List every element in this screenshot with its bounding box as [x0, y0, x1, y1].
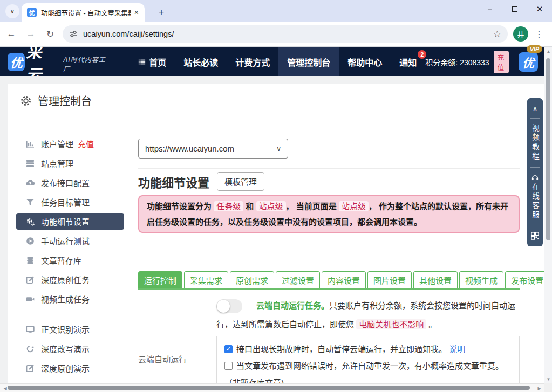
retry-on-error-checkbox[interactable]: [224, 362, 233, 370]
sidebar-item-10[interactable]: 深度改写演示: [16, 340, 124, 357]
auto-run-description: 云端自动运行任务。只要账户有积分余额，系统会按您设置的时间自动运行，达到所需篇数…: [216, 301, 515, 329]
sidebar-item-6[interactable]: 文章暂存库: [16, 252, 124, 269]
nav-item-1[interactable]: 站长必读: [175, 47, 227, 76]
tab-7[interactable]: 视频生成: [459, 271, 503, 288]
horizontal-scrollbar[interactable]: ◀ ▶: [0, 383, 544, 392]
nav-item-4[interactable]: 帮助中心: [339, 47, 391, 76]
new-tab-button[interactable]: +: [154, 5, 168, 19]
tab-search-chevron-icon[interactable]: ∨: [5, 4, 19, 18]
tab-5[interactable]: 图片设置: [367, 271, 412, 288]
gears-icon: [26, 217, 35, 226]
online-service-label: 在线客服: [530, 183, 540, 221]
qr-code-button[interactable]: [531, 230, 539, 242]
sidebar-item-2[interactable]: 发布接口配置: [16, 174, 124, 191]
section-title: 功能细节设置: [138, 173, 209, 190]
sidebar-item-4[interactable]: 功能细节设置: [16, 213, 124, 230]
sidebar-item-label: 账户管理: [41, 138, 73, 149]
minimize-button[interactable]: −: [478, 0, 502, 18]
explain-link[interactable]: 说明: [449, 345, 465, 354]
option-row-pause-on-failure: 接口出现长期故障时，自动暂停云端运行，并立即通知我。 说明: [224, 341, 512, 357]
sidebar-item-11[interactable]: 深度原创演示: [16, 360, 124, 376]
notice-segment-0: 功能细节设置分为: [147, 202, 214, 211]
video-tutorial-label: 视频教程: [530, 124, 540, 162]
close-button[interactable]: ✕: [527, 0, 552, 18]
nav-item-2[interactable]: 计费方式: [227, 47, 278, 76]
floating-side-toolbar: ∧ 视频教程 在线客服: [527, 98, 543, 246]
scroll-up-arrow-icon[interactable]: ▲: [544, 49, 552, 54]
divider: [530, 118, 540, 119]
recharge-hint[interactable]: 充值: [78, 138, 94, 149]
site-select-value: https://www.ucaiyun.com: [145, 144, 234, 153]
page-background: 管理控制台 账户管理充值站点管理发布接口配置任务目标管理功能细节设置手动运行测试…: [0, 76, 552, 392]
sidebar-item-8[interactable]: 视频生成任务: [16, 291, 124, 307]
chart-bar-icon: [26, 140, 35, 148]
vertical-scroll-thumb[interactable]: [546, 58, 550, 240]
site-logo-badge[interactable]: 优: [8, 53, 25, 71]
tab-2[interactable]: 原创需求: [230, 271, 274, 288]
user-avatar[interactable]: 优: [519, 52, 538, 72]
browser-profile-avatar[interactable]: 井: [513, 26, 528, 42]
nav-item-3[interactable]: 管理控制台: [278, 47, 339, 76]
back-button[interactable]: ←: [3, 26, 19, 42]
sidebar-item-5[interactable]: 手动运行测试: [16, 232, 124, 249]
cloud-auto-run-toggle[interactable]: [216, 299, 242, 313]
site-settings-icon[interactable]: [69, 30, 78, 38]
tab-0[interactable]: 运行控制: [138, 271, 182, 288]
nav-item-5[interactable]: 通知2: [391, 47, 425, 76]
empty-label-col: [138, 296, 216, 334]
tab-6[interactable]: 其他设置: [413, 271, 458, 288]
sidebar-item-1[interactable]: 站点管理: [16, 155, 124, 171]
scroll-down-arrow-icon[interactable]: ▼: [544, 377, 552, 382]
browser-tab[interactable]: 优 功能细节设置 - 自动文章采集器 ×: [22, 3, 145, 22]
sidebar-item-7[interactable]: 深度原创任务: [16, 271, 124, 288]
sidebar-item-label: 深度改写演示: [41, 343, 90, 354]
sidebar-item-0[interactable]: 账户管理充值: [16, 135, 124, 152]
tab-4[interactable]: 内容设置: [322, 271, 366, 288]
settings-scope-notice: 功能细节设置分为 任务级 和 站点级， 当前页面是 站点级， 作为整个站点的默认…: [138, 195, 520, 233]
scroll-top-button[interactable]: ∧: [533, 102, 538, 115]
card-header: 管理控制台: [8, 84, 544, 118]
tab-close-icon[interactable]: ×: [133, 8, 140, 17]
video-icon: [26, 295, 35, 304]
restore-button[interactable]: [502, 0, 527, 18]
play-circle-icon: [26, 237, 35, 245]
tab-1[interactable]: 采集需求: [184, 271, 228, 288]
recharge-button[interactable]: 充值: [494, 51, 509, 73]
vertical-scrollbar[interactable]: ▲ ▼: [544, 47, 552, 383]
site-select[interactable]: https://www.ucaiyun.com ∨: [138, 139, 288, 159]
divider: [138, 168, 520, 169]
bookmark-star-icon[interactable]: ☆: [493, 29, 501, 40]
tab-3[interactable]: 过滤设置: [276, 271, 320, 288]
database-icon: [26, 256, 35, 265]
divider: [530, 167, 540, 168]
tab-8[interactable]: 发布设置: [505, 271, 549, 288]
url-text[interactable]: ucaiyun.com/caiji/settings/: [83, 30, 493, 38]
online-service-button[interactable]: 在线客服: [530, 171, 540, 223]
video-tutorial-button[interactable]: 视频教程: [530, 122, 540, 164]
headset-icon: [531, 173, 539, 181]
auto-run-desc-segment-0: 云端自动运行任务。: [256, 301, 329, 310]
main-panel: https://www.ucaiyun.com ∨ 功能细节设置 模板管理 功能…: [138, 118, 520, 392]
nav-item-label: 计费方式: [235, 56, 270, 68]
sidebar: 账户管理充值站点管理发布接口配置任务目标管理功能细节设置手动运行测试文章暂存库深…: [8, 118, 132, 392]
page-title: 管理控制台: [38, 93, 92, 108]
auto-run-desc-segment-2: 电脑关机也不影响: [356, 319, 426, 329]
sidebar-item-label: 站点管理: [41, 157, 73, 169]
nav-item-0[interactable]: 首页: [130, 47, 175, 76]
scroll-right-arrow-icon[interactable]: ▶: [535, 386, 543, 391]
sidebar-item-9[interactable]: 正文识别演示: [16, 321, 124, 338]
url-bar[interactable]: ucaiyun.com/caiji/settings/ ☆: [63, 25, 508, 43]
nav-item-label: 帮助中心: [347, 56, 382, 68]
pause-on-failure-checkbox[interactable]: [224, 345, 233, 353]
divider: [530, 226, 540, 226]
sidebar-item-label: 深度原创演示: [41, 362, 90, 374]
points-balance: 积分余额: 2308333: [425, 57, 489, 67]
auto-run-desc-segment-3: 。: [426, 320, 437, 329]
horizontal-scroll-thumb[interactable]: [8, 386, 530, 390]
settings-tabs: 运行控制采集需求原创需求过滤设置内容设置图片设置其他设置视频生成发布设置: [138, 271, 549, 288]
template-manage-button[interactable]: 模板管理: [217, 172, 264, 191]
browser-menu-icon[interactable]: ⋮: [533, 26, 546, 42]
sidebar-item-3[interactable]: 任务目标管理: [16, 194, 124, 210]
notice-segment-2: 和: [243, 202, 256, 211]
nav-item-label: 通知: [399, 56, 417, 68]
